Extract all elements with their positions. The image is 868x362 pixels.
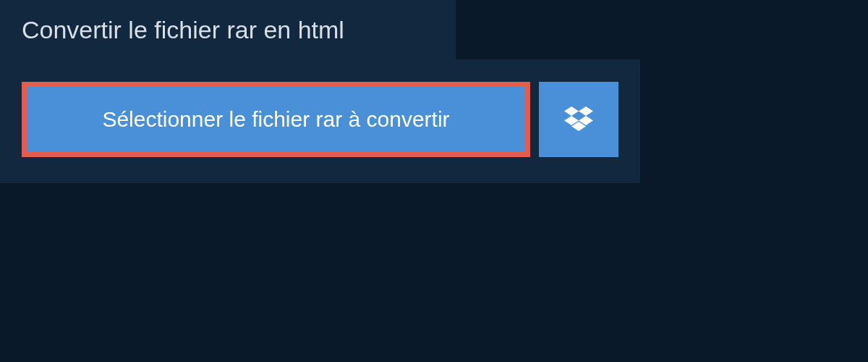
- select-file-label: Sélectionner le fichier rar à convertir: [102, 107, 449, 132]
- button-row: Sélectionner le fichier rar à convertir: [0, 60, 640, 183]
- select-file-button[interactable]: Sélectionner le fichier rar à convertir: [22, 82, 530, 157]
- dropbox-button[interactable]: [539, 82, 618, 157]
- converter-panel: Convertir le fichier rar en html Sélecti…: [0, 0, 640, 183]
- tab-title-text: Convertir le fichier rar en html: [22, 16, 344, 43]
- tab-title[interactable]: Convertir le fichier rar en html: [0, 0, 366, 60]
- tab-notch: [456, 0, 640, 59]
- dropbox-icon: [564, 106, 593, 132]
